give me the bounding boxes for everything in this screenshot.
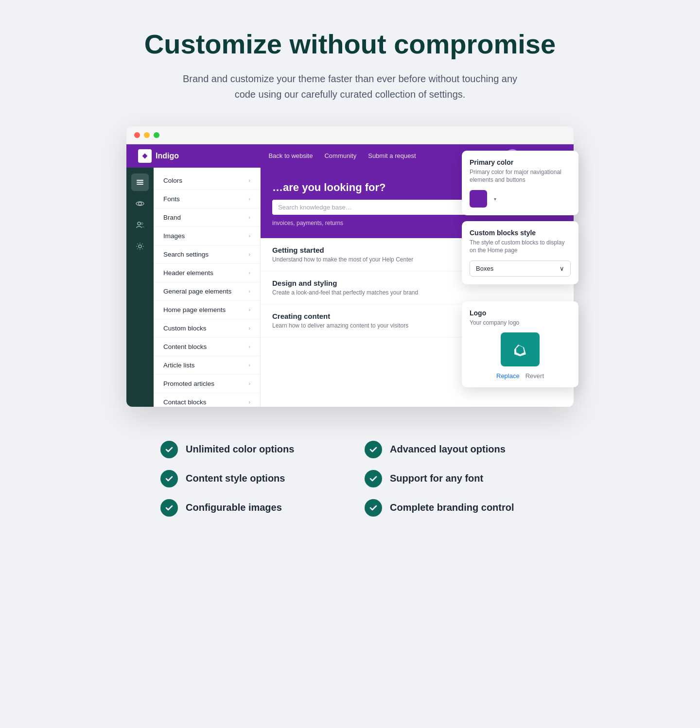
chevron-right-icon: ›	[248, 251, 250, 257]
app-topnav: Back to website Community Submit a reque…	[268, 152, 416, 159]
settings-item-brand[interactable]: Brand ›	[154, 208, 260, 227]
sidebar-icon-gear[interactable]	[131, 238, 149, 255]
settings-item-label-promoted: Promoted articles	[163, 380, 214, 387]
custom-blocks-card-title: Custom blocks style	[470, 229, 571, 237]
feature-text-6: Complete branding control	[390, 502, 514, 513]
logo-image	[508, 338, 532, 361]
check-icon-3	[160, 470, 178, 487]
settings-item-label-colors: Colors	[163, 177, 182, 184]
feature-item-5: Configurable images	[160, 499, 335, 517]
settings-item-label-article-lists: Article lists	[163, 362, 195, 369]
logo-card-desc: Your company logo	[470, 319, 571, 327]
settings-item-label-content-blocks: Content blocks	[163, 343, 207, 350]
settings-item-label-search: Search settings	[163, 251, 209, 258]
hero-subtitle: Brand and customize your theme faster th…	[175, 71, 525, 102]
hero-section: Customize without compromise Brand and c…	[144, 29, 556, 102]
sidebar-icon-eye[interactable]	[131, 195, 149, 212]
svg-point-6	[139, 245, 141, 248]
settings-item-header[interactable]: Header elements ›	[154, 264, 260, 282]
check-icon-5	[160, 499, 178, 517]
settings-item-search[interactable]: Search settings ›	[154, 245, 260, 264]
color-dropdown-icon[interactable]: ▾	[491, 195, 499, 203]
browser-dot-yellow	[144, 132, 150, 138]
settings-item-fonts[interactable]: Fonts ›	[154, 190, 260, 208]
settings-item-homepage[interactable]: Home page elements ›	[154, 301, 260, 319]
settings-item-label-brand: Brand	[163, 214, 181, 221]
features-section: Unlimited color options Advanced layout …	[160, 441, 540, 517]
nav-community[interactable]: Community	[324, 152, 356, 159]
nav-back-to-website[interactable]: Back to website	[268, 152, 313, 159]
chevron-right-icon: ›	[248, 196, 250, 202]
settings-item-label-custom-blocks: Custom blocks	[163, 325, 207, 332]
svg-rect-2	[137, 184, 143, 185]
logo-actions: Replace Revert	[470, 372, 571, 380]
chevron-right-icon: ›	[248, 214, 250, 220]
floating-card-primary-color: Primary color Primary color for major na…	[462, 151, 578, 216]
primary-color-card-desc: Primary color for major navigational ele…	[470, 168, 571, 185]
chevron-right-icon: ›	[248, 270, 250, 276]
chevron-right-icon: ›	[248, 288, 250, 294]
settings-item-content-blocks[interactable]: Content blocks ›	[154, 338, 260, 356]
sidebar-icon-users[interactable]	[131, 216, 149, 234]
app-logo: Indigo	[138, 149, 179, 163]
chevron-right-icon: ›	[248, 177, 250, 183]
chevron-right-icon: ›	[248, 233, 250, 239]
logo-card-title: Logo	[470, 309, 571, 317]
chevron-right-icon: ›	[248, 344, 250, 349]
settings-item-label-images: Images	[163, 232, 185, 240]
svg-rect-0	[137, 180, 143, 181]
primary-color-card-title: Primary color	[470, 158, 571, 166]
settings-item-colors[interactable]: Colors ›	[154, 172, 260, 190]
browser-titlebar	[126, 126, 574, 144]
browser-dot-green	[154, 132, 159, 138]
settings-item-label-header: Header elements	[163, 269, 213, 277]
settings-item-images[interactable]: Images ›	[154, 227, 260, 245]
floating-card-custom-blocks: Custom blocks style The style of custom …	[462, 221, 578, 285]
feature-item-4: Support for any font	[365, 470, 540, 487]
svg-point-4	[138, 222, 140, 225]
check-icon-1	[160, 441, 178, 458]
color-picker-row: ▾	[470, 190, 571, 208]
feature-text-5: Configurable images	[186, 502, 282, 513]
settings-item-custom-blocks[interactable]: Custom blocks ›	[154, 319, 260, 338]
dark-sidebar	[126, 168, 154, 407]
settings-item-general[interactable]: General page elements ›	[154, 282, 260, 301]
preview-section-desc-2: Create a look-and-feel that perfectly ma…	[272, 289, 562, 296]
settings-item-label-general: General page elements	[163, 288, 231, 295]
browser-dot-red	[134, 132, 140, 138]
settings-item-label-contact-blocks: Contact blocks	[163, 399, 207, 406]
custom-blocks-select-value: Boxes	[476, 265, 493, 272]
settings-item-label-homepage: Home page elements	[163, 306, 226, 313]
settings-item-promoted[interactable]: Promoted articles ›	[154, 375, 260, 393]
browser-mockup: Indigo Back to website Community Submit …	[126, 126, 574, 407]
chevron-right-icon: ›	[248, 325, 250, 331]
nav-submit-request[interactable]: Submit a request	[368, 152, 416, 159]
feature-item-6: Complete branding control	[365, 499, 540, 517]
check-icon-2	[365, 441, 382, 458]
settings-item-label-fonts: Fonts	[163, 195, 180, 203]
feature-text-3: Content style options	[186, 473, 285, 484]
custom-blocks-card-desc: The style of custom blocks to display on…	[470, 239, 571, 255]
select-chevron-icon: ∨	[560, 265, 564, 272]
floating-card-logo: Logo Your company logo Replace Revert	[462, 301, 578, 388]
replace-button[interactable]: Replace	[496, 372, 520, 380]
settings-item-article-lists[interactable]: Article lists ›	[154, 356, 260, 375]
revert-button[interactable]: Revert	[525, 372, 544, 380]
sidebar-icon-menu[interactable]	[131, 173, 149, 191]
chevron-right-icon: ›	[248, 362, 250, 368]
svg-point-5	[141, 223, 143, 225]
logo-icon	[138, 149, 152, 163]
check-icon-4	[365, 470, 382, 487]
settings-panel: Colors › Fonts › Brand › Images ›	[154, 168, 261, 407]
settings-item-contact-blocks[interactable]: Contact blocks ›	[154, 393, 260, 407]
svg-rect-1	[137, 182, 143, 183]
feature-item-1: Unlimited color options	[160, 441, 335, 458]
feature-text-4: Support for any font	[390, 473, 483, 484]
svg-point-3	[139, 202, 141, 205]
chevron-right-icon: ›	[248, 399, 250, 405]
color-swatch-primary[interactable]	[470, 190, 487, 208]
custom-blocks-select[interactable]: Boxes ∨	[470, 260, 571, 277]
app-logo-text: Indigo	[156, 152, 179, 160]
feature-text-1: Unlimited color options	[186, 444, 294, 455]
hero-title: Customize without compromise	[144, 29, 556, 59]
